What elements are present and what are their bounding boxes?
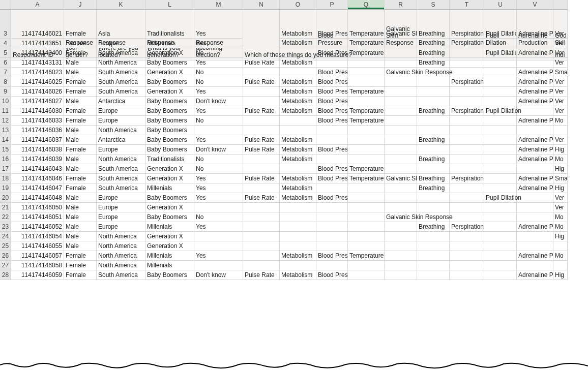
cell[interactable]: Breathing — [417, 154, 450, 164]
cell[interactable] — [316, 135, 348, 145]
cell[interactable] — [484, 212, 517, 222]
cell[interactable]: Blood Pressure — [316, 106, 348, 116]
cell[interactable] — [385, 222, 417, 232]
cell[interactable]: 114174143400 — [11, 48, 64, 58]
cell[interactable]: Yes — [194, 222, 243, 232]
cell[interactable]: Metabolism — [280, 251, 316, 261]
cell[interactable] — [385, 261, 417, 270]
column-header[interactable]: O — [280, 0, 316, 10]
cell[interactable] — [417, 164, 450, 174]
cell[interactable] — [450, 193, 484, 203]
cell[interactable] — [348, 39, 385, 48]
cell[interactable]: Perspiration — [450, 174, 484, 183]
cell[interactable] — [348, 193, 385, 203]
cell[interactable]: Adrenaline Production — [517, 97, 553, 106]
cell[interactable] — [385, 270, 417, 280]
cell[interactable]: Metabolism — [280, 174, 316, 183]
cell[interactable] — [417, 77, 450, 87]
row-header[interactable]: 18 — [0, 174, 11, 183]
cell[interactable] — [553, 261, 568, 270]
cell[interactable]: Temperature — [348, 48, 385, 58]
cell[interactable]: Millenials — [145, 251, 194, 261]
cell[interactable]: Adrenaline Production — [517, 68, 553, 77]
cell[interactable] — [484, 251, 517, 261]
cell[interactable] — [280, 68, 316, 77]
cell[interactable]: Ver — [553, 193, 568, 203]
cell[interactable]: 114174146043 — [11, 164, 64, 174]
cell[interactable]: No — [194, 116, 243, 126]
cell[interactable]: Blood Pressure — [316, 174, 348, 183]
row-header[interactable]: 20 — [0, 193, 11, 203]
cell[interactable]: Baby Boomers — [145, 145, 194, 154]
cell[interactable] — [348, 270, 385, 280]
cell[interactable]: 114174146047 — [11, 183, 64, 193]
cell[interactable]: Antarctica — [97, 97, 145, 106]
cell[interactable]: North America — [97, 232, 145, 241]
cell[interactable] — [243, 68, 280, 77]
cell[interactable]: Pulse Rate — [243, 145, 280, 154]
cell[interactable]: Female — [64, 48, 97, 58]
cell[interactable]: Asia — [97, 29, 145, 39]
cell[interactable]: Ver — [553, 58, 568, 68]
cell[interactable]: Female — [64, 183, 97, 193]
cell[interactable]: Temperature — [348, 251, 385, 261]
cell[interactable] — [385, 154, 417, 164]
cell[interactable]: Yes — [194, 183, 243, 193]
cell[interactable]: Male — [64, 193, 97, 203]
cell[interactable] — [484, 58, 517, 68]
cell[interactable] — [316, 58, 348, 68]
cell[interactable]: Baby Boomers — [145, 77, 194, 87]
cell[interactable]: 114174146059 — [11, 270, 64, 280]
cell[interactable]: Yes — [194, 193, 243, 203]
cell[interactable]: Generation X — [145, 87, 194, 97]
cell[interactable]: Ver — [553, 97, 568, 106]
row-header[interactable]: 8 — [0, 77, 11, 87]
spreadsheet-grid[interactable]: AJKLMNOPQRSTUV1Respondent IDWhat is your… — [0, 0, 588, 280]
column-header[interactable]: Q — [348, 0, 385, 10]
cell[interactable]: Female — [64, 39, 97, 48]
cell[interactable] — [280, 241, 316, 251]
cell[interactable]: Mo — [553, 212, 568, 222]
cell[interactable]: Baby Boomers — [145, 135, 194, 145]
cell[interactable]: Baby Boomers — [145, 116, 194, 126]
cell[interactable] — [243, 232, 280, 241]
cell[interactable]: South America — [97, 48, 145, 58]
cell[interactable]: Ver — [553, 106, 568, 116]
cell[interactable]: Metabolism — [280, 145, 316, 154]
cell[interactable]: Metabolism — [280, 183, 316, 193]
row-header[interactable]: 17 — [0, 164, 11, 174]
cell[interactable] — [348, 68, 385, 77]
row-header[interactable]: 16 — [0, 154, 11, 164]
cell[interactable]: Yes — [194, 135, 243, 145]
cell[interactable] — [243, 116, 280, 126]
cell[interactable] — [553, 241, 568, 251]
cell[interactable]: Traditionalists — [145, 29, 194, 39]
cell[interactable] — [348, 126, 385, 135]
cell[interactable]: Blood Pressure — [316, 116, 348, 126]
row-header[interactable]: 27 — [0, 261, 11, 270]
cell[interactable] — [417, 232, 450, 241]
cell[interactable] — [348, 241, 385, 251]
cell[interactable] — [450, 261, 484, 270]
cell[interactable]: 114174146023 — [11, 68, 64, 77]
cell[interactable]: Female — [64, 261, 97, 270]
cell[interactable]: Blood Pressure — [316, 145, 348, 154]
cell[interactable]: Metabolism — [280, 270, 316, 280]
cell[interactable] — [385, 106, 417, 116]
cell[interactable]: Galvanic Skin Response — [385, 212, 417, 222]
cell[interactable]: Europe — [97, 193, 145, 203]
cell[interactable]: Adrenaline Production — [517, 222, 553, 232]
cell[interactable]: Europe — [97, 222, 145, 232]
cell[interactable] — [316, 126, 348, 135]
cell[interactable]: Male — [64, 135, 97, 145]
cell[interactable]: Which of these things do you measure? — [243, 10, 280, 60]
cell[interactable] — [385, 116, 417, 126]
cell[interactable] — [348, 154, 385, 164]
column-header[interactable]: U — [484, 0, 517, 10]
cell[interactable] — [553, 126, 568, 135]
cell[interactable]: Breathing — [417, 106, 450, 116]
cell[interactable]: Metabolism — [280, 29, 316, 39]
cell[interactable]: 114174146057 — [11, 251, 64, 261]
cell[interactable]: Metabolism — [280, 106, 316, 116]
cell[interactable]: No — [194, 154, 243, 164]
